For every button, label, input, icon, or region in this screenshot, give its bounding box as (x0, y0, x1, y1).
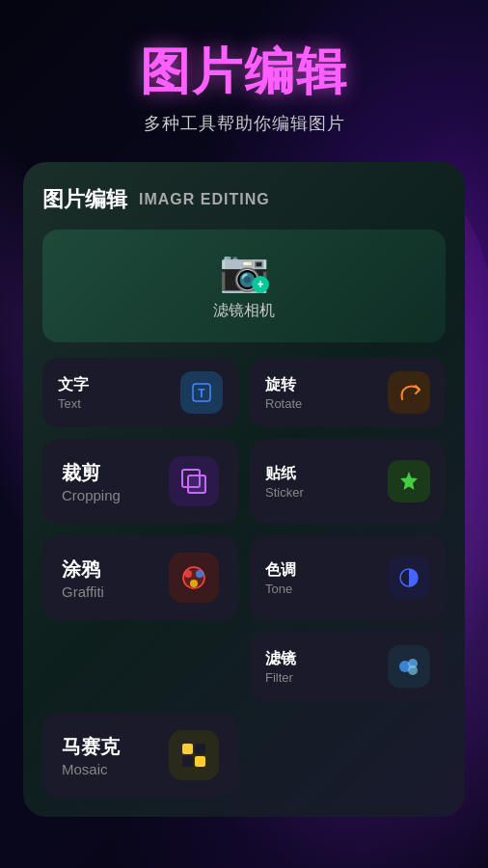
tool-rotate-en: Rotate (265, 396, 302, 411)
hero-title: 图片编辑 (140, 39, 348, 106)
card-title-en: IMAGR EDITING (139, 191, 270, 208)
tool-mosaic-labels: 马赛克 Mosaic (62, 734, 120, 777)
graffiti-icon (169, 553, 219, 603)
tone-icon (388, 556, 430, 599)
tool-text[interactable]: 文字 Text T (42, 358, 238, 427)
tool-graffiti-zh: 涂鸦 (62, 556, 104, 583)
mosaic-icon (169, 730, 219, 780)
tool-graffiti[interactable]: 涂鸦 Graffiti (42, 535, 238, 620)
tool-filter-zh: 滤镜 (265, 649, 296, 669)
tool-cropping-zh: 裁剪 (62, 460, 121, 486)
hero-subtitle: 多种工具帮助你编辑图片 (144, 112, 345, 135)
text-icon: T (180, 371, 223, 414)
camera-plus-icon: + (252, 276, 269, 293)
svg-point-12 (408, 665, 418, 675)
svg-rect-15 (182, 756, 193, 767)
tool-cropping-labels: 裁剪 Cropping (62, 460, 121, 503)
tool-mosaic-en: Mosaic (62, 761, 120, 777)
tool-sticker[interactable]: 贴纸 Sticker (250, 439, 446, 524)
svg-rect-16 (195, 756, 205, 767)
tools-grid: 文字 Text T 旋转 Rotate (42, 358, 446, 798)
tool-sticker-en: Sticker (265, 485, 304, 500)
tool-cropping[interactable]: 裁剪 Cropping (42, 439, 238, 524)
svg-rect-13 (182, 744, 193, 754)
tool-cropping-en: Cropping (62, 487, 121, 503)
tool-rotate-labels: 旋转 Rotate (265, 375, 302, 411)
svg-point-7 (196, 570, 203, 578)
tool-sticker-zh: 贴纸 (265, 464, 304, 484)
svg-point-8 (190, 580, 198, 587)
tool-rotate[interactable]: 旋转 Rotate (250, 358, 446, 427)
tool-filter-labels: 滤镜 Filter (265, 649, 296, 685)
svg-marker-4 (400, 472, 418, 490)
card-title-zh: 图片编辑 (42, 185, 127, 214)
tool-tone-zh: 色调 (265, 560, 296, 581)
camera-label: 滤镜相机 (213, 301, 275, 321)
tool-filter-en: Filter (265, 670, 296, 685)
camera-icon-wrap: 📷 + (219, 251, 269, 293)
svg-rect-14 (195, 744, 205, 754)
tool-rotate-zh: 旋转 (265, 375, 302, 395)
tool-mosaic-zh: 马赛克 (62, 734, 120, 760)
svg-point-6 (184, 570, 192, 578)
tool-text-zh: 文字 (58, 375, 89, 395)
svg-rect-3 (188, 475, 205, 493)
tool-tone[interactable]: 色调 Tone (250, 535, 446, 620)
tool-text-en: Text (58, 396, 89, 411)
tool-tone-labels: 色调 Tone (265, 560, 296, 596)
page-content: 图片编辑 多种工具帮助你编辑图片 图片编辑 IMAGR EDITING 📷 + … (0, 0, 488, 840)
tool-graffiti-labels: 涂鸦 Graffiti (62, 556, 104, 600)
crop-icon (169, 456, 219, 506)
svg-text:T: T (198, 387, 205, 400)
tool-filter[interactable]: 滤镜 Filter (250, 632, 446, 701)
card-header: 图片编辑 IMAGR EDITING (42, 185, 446, 214)
main-card: 图片编辑 IMAGR EDITING 📷 + 滤镜相机 文字 Text (23, 162, 465, 817)
camera-button[interactable]: 📷 + 滤镜相机 (42, 230, 446, 342)
tool-text-labels: 文字 Text (58, 375, 89, 411)
tool-sticker-labels: 贴纸 Sticker (265, 464, 304, 500)
tool-tone-en: Tone (265, 582, 296, 596)
filter-icon (388, 645, 430, 688)
rotate-icon (388, 371, 430, 414)
tool-graffiti-en: Graffiti (62, 583, 104, 600)
sticker-icon (388, 460, 430, 502)
tool-mosaic[interactable]: 马赛克 Mosaic (42, 713, 238, 798)
